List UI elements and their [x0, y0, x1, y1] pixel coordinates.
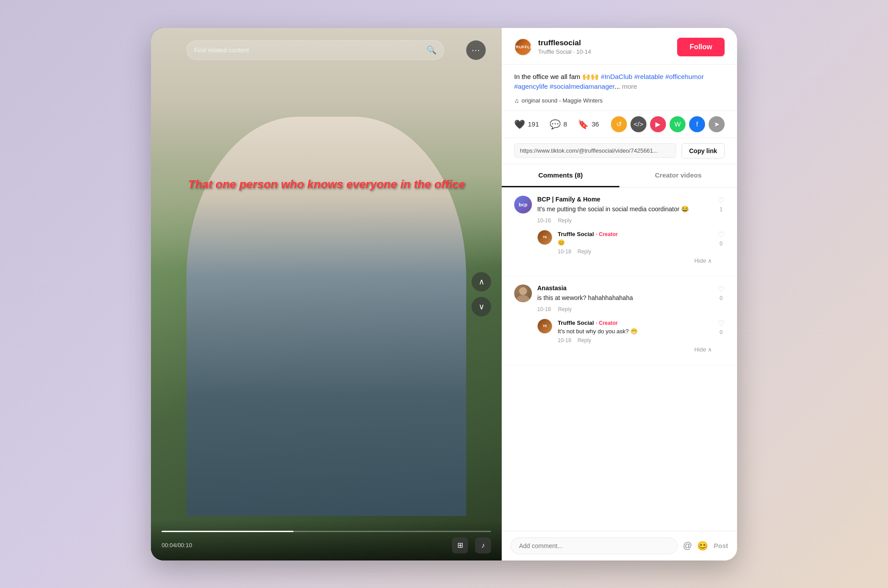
video-progress-fill — [162, 531, 293, 532]
pocket-icon[interactable]: ▶ — [650, 116, 666, 132]
facebook-icon[interactable]: f — [689, 116, 705, 132]
reply-date: 10-18 — [558, 249, 571, 255]
reply-reply-button[interactable]: Reply — [578, 337, 591, 343]
comment-username: BCP | Family & Home — [537, 196, 712, 203]
creator-badge: · Creator — [596, 231, 618, 237]
reply-content: Truffle Social · Creator 😊 10-18 Reply — [558, 230, 712, 255]
music-icon: ♫ — [514, 97, 519, 104]
bookmark-icon: 🔖 — [578, 119, 589, 130]
reply-text: It's not but why do you ask? 😁 — [558, 328, 712, 335]
avatar — [514, 284, 532, 302]
sound-text: original sound - Maggie Winters — [522, 97, 603, 104]
video-bg: That one person who knows everyone in th… — [151, 28, 502, 560]
reply-date: 10-18 — [558, 337, 571, 343]
tabs-row: Comments (8) Creator videos — [502, 164, 737, 188]
comment-main: Anastasia is this at wework? hahahhahaha… — [514, 284, 725, 312]
repost-icon[interactable]: ↺ — [611, 116, 627, 132]
comment-date: 10-18 — [537, 306, 551, 312]
reply-username: Truffle Social — [558, 231, 594, 237]
add-comment-input[interactable] — [511, 537, 678, 554]
video-progress-bar[interactable] — [162, 531, 491, 532]
comment-content: Anastasia is this at wework? hahahhahaha… — [537, 284, 712, 312]
video-search-bar[interactable]: Find related content 🔍 — [186, 40, 444, 60]
caption-more-link[interactable]: more — [622, 83, 637, 90]
comment-content: BCP | Family & Home It's me putting the … — [537, 196, 712, 224]
reply-username: Truffle Social — [558, 320, 594, 326]
link-row: https://www.tiktok.com/@trufflesocial/vi… — [502, 138, 737, 164]
follow-button[interactable]: Follow — [677, 38, 725, 56]
copy-link-button[interactable]: Copy link — [682, 143, 725, 158]
prev-video-button[interactable]: ∧ — [472, 272, 491, 292]
comments-count: 8 — [563, 120, 567, 128]
share-icons: ↺ </> ▶ W f ➤ — [611, 116, 725, 132]
like-icon[interactable]: ♡ — [718, 196, 725, 205]
video-ctrl-btns: ⊞ ♪ — [452, 537, 491, 553]
reply-actions: 10-18 Reply — [558, 337, 712, 343]
next-video-button[interactable]: ∨ — [472, 297, 491, 316]
comment-text: is this at wework? hahahhahahaha — [537, 293, 712, 303]
comment-text: It's me putting the social in social med… — [537, 205, 712, 214]
comment-block: Anastasia is this at wework? hahahhahaha… — [502, 276, 737, 365]
tab-comments[interactable]: Comments (8) — [502, 164, 619, 187]
add-comment-row: @ 😊 Post — [502, 531, 737, 560]
svg-point-0 — [519, 287, 527, 295]
reply-avatar: TR — [537, 319, 552, 334]
comments-stat[interactable]: 💬 8 — [550, 119, 567, 130]
person-area — [186, 117, 466, 516]
reply-text: 😊 — [558, 239, 712, 246]
like-count: 0 — [720, 295, 723, 301]
comment-main: bcp BCP | Family & Home It's me putting … — [514, 196, 725, 224]
video-panel: That one person who knows everyone in th… — [151, 28, 502, 560]
hashtag-indaclub: #InDaClub — [601, 73, 632, 80]
likes-count: 191 — [528, 120, 539, 128]
mention-icon[interactable]: @ — [683, 541, 692, 551]
search-icon[interactable]: 🔍 — [427, 45, 436, 55]
post-username: trufflesocial — [538, 39, 671, 47]
post-info: trufflesocial Truffle Social · 10-14 — [538, 39, 671, 55]
reply-likes: ♡ 0 — [718, 230, 725, 247]
like-icon[interactable]: ♡ — [718, 284, 725, 294]
frame-by-frame-button[interactable]: ⊞ — [452, 537, 468, 553]
like-count: 0 — [720, 241, 723, 247]
likes-stat[interactable]: 🖤 191 — [514, 119, 539, 130]
whatsapp-icon[interactable]: W — [670, 116, 686, 132]
comment-likes: ♡ 1 — [718, 196, 725, 213]
video-controls-row: 00:04/00:10 ⊞ ♪ — [162, 537, 491, 553]
svg-point-1 — [516, 295, 530, 302]
post-meta: Truffle Social · 10-14 — [538, 48, 671, 55]
reply-reply-button[interactable]: Reply — [578, 249, 591, 255]
like-icon[interactable]: ♡ — [718, 230, 725, 240]
like-icon[interactable]: ♡ — [718, 319, 725, 328]
search-placeholder-text: Find related content — [194, 47, 427, 54]
avatar-text: TRUFFLE — [513, 45, 533, 49]
hide-row: Hide ∧ — [514, 343, 725, 357]
emoji-icon[interactable]: 😊 — [697, 541, 708, 551]
right-panel: TRUFFLE trufflesocial Truffle Social · 1… — [502, 28, 737, 560]
avatar: TRUFFLE — [514, 38, 532, 56]
post-comment-button[interactable]: Post — [714, 542, 728, 549]
avatar: bcp — [514, 196, 532, 213]
forward-share-icon[interactable]: ➤ — [709, 116, 725, 132]
tab-creator-videos[interactable]: Creator videos — [619, 164, 737, 187]
like-count: 0 — [720, 329, 723, 335]
comments-area: bcp BCP | Family & Home It's me putting … — [502, 188, 737, 531]
hide-button[interactable]: Hide ∧ — [694, 346, 712, 353]
reply-button[interactable]: Reply — [558, 217, 572, 224]
volume-button[interactable]: ♪ — [475, 537, 491, 553]
reply-content: Truffle Social · Creator It's not but wh… — [558, 319, 712, 343]
hide-button[interactable]: Hide ∧ — [694, 257, 712, 264]
bookmarks-stat[interactable]: 🔖 36 — [578, 119, 599, 130]
bookmarks-count: 36 — [591, 120, 599, 128]
reply-likes: ♡ 0 — [718, 319, 725, 335]
hashtag-officehumor: #officehumor — [665, 73, 703, 80]
comment-actions: 10-18 Reply — [537, 306, 712, 312]
reply-actions: 10-18 Reply — [558, 249, 712, 255]
creator-badge: · Creator — [596, 320, 618, 326]
comment-username: Anastasia — [537, 284, 712, 292]
more-options-button[interactable]: ··· — [466, 40, 486, 60]
heart-icon: 🖤 — [514, 119, 525, 130]
reply-button[interactable]: Reply — [558, 306, 572, 312]
video-overlay-text: That one person who knows everyone in th… — [151, 177, 502, 192]
comment-block: bcp BCP | Family & Home It's me putting … — [502, 188, 737, 276]
code-icon[interactable]: </> — [630, 116, 646, 132]
